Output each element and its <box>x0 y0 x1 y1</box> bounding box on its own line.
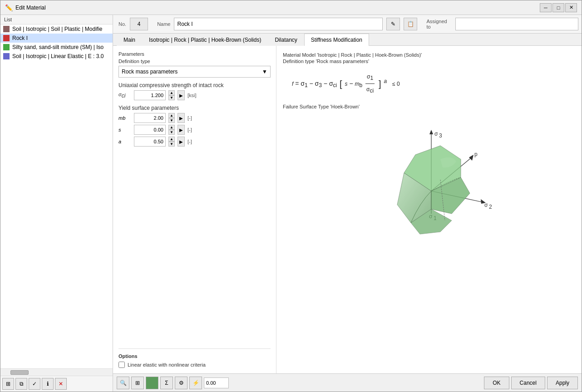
tab-isotropic-label: Isotropic | Rock | Plastic | Hoek-Brown … <box>149 37 261 43</box>
chevron-down-icon: ▼ <box>262 69 267 75</box>
close-button[interactable]: ✕ <box>565 3 577 12</box>
model-label: Material Model 'Isotropic | Rock | Plast… <box>283 52 575 58</box>
edit-name-button[interactable]: ✎ <box>386 18 400 30</box>
assigned-group: Assigned to ✕ <box>426 18 582 30</box>
app-icon: ✏️ <box>5 4 13 11</box>
mb-up[interactable]: ▲ <box>168 113 175 118</box>
add-item-button[interactable]: ⊞ <box>2 378 14 390</box>
def-type-row: Definition type <box>118 59 271 64</box>
sigma-ci-down[interactable]: ▼ <box>168 95 175 100</box>
copy-item-button[interactable]: ⧉ <box>15 378 27 390</box>
options-section: Options Linear elastic with nonlinear cr… <box>118 348 271 368</box>
tab-isotropic[interactable]: Isotropic | Rock | Plastic | Hoek-Brown … <box>142 34 268 46</box>
s-up[interactable]: ▲ <box>168 125 175 130</box>
a-down[interactable]: ▼ <box>168 142 175 147</box>
list-item-color-5 <box>3 44 10 50</box>
sigma-ci-spin: ▲ ▼ <box>168 90 175 100</box>
s-input[interactable] <box>134 125 166 135</box>
item-header: No. 4 Name ✎ 📋 Assigned to <box>113 15 582 34</box>
s-label: s <box>118 127 131 132</box>
info-icon: ℹ <box>47 381 49 387</box>
grid-icon: ⊞ <box>135 380 140 386</box>
list-panel: List Soil | Isotropic | Soil | Plastic |… <box>0 15 113 392</box>
title-bar-left: ✏️ Edit Material <box>5 4 46 11</box>
book-button[interactable]: 📋 <box>404 18 417 30</box>
assigned-input[interactable] <box>455 18 578 30</box>
sigma-ci-label: σci <box>118 92 131 99</box>
cancel-button[interactable]: Cancel <box>511 377 545 389</box>
linear-elastic-checkbox[interactable] <box>118 362 125 368</box>
diagram-container: σ 3 σ 2 p <box>283 114 575 241</box>
search-button[interactable]: 🔍 <box>117 377 129 389</box>
horizontal-scrollbar[interactable] <box>0 368 113 376</box>
name-input[interactable] <box>174 18 383 30</box>
info-button[interactable]: ℹ <box>42 378 54 390</box>
a-up[interactable]: ▲ <box>168 137 175 142</box>
a-spin: ▲ ▼ <box>168 137 175 147</box>
tab-main[interactable]: Main <box>117 34 142 46</box>
symbol-icon: Σ <box>165 380 168 386</box>
mb-row: mb ▲ ▼ ▶ [-] <box>118 113 271 123</box>
svg-text:σ: σ <box>484 202 488 208</box>
s-row: s ▲ ▼ ▶ [-] <box>118 125 271 135</box>
linear-elastic-label: Linear elastic with nonlinear criteria <box>128 362 206 368</box>
a-input[interactable] <box>134 137 166 147</box>
sigma-ci-arrow[interactable]: ▶ <box>178 90 185 100</box>
sigma-ci-up[interactable]: ▲ <box>168 90 175 95</box>
svg-text:p: p <box>474 151 478 157</box>
a-unit: [-] <box>187 139 206 144</box>
s-arrow[interactable]: ▶ <box>178 125 185 135</box>
bottom-bar: 🔍 ⊞ Σ ⚙ ⚡ 0.00 <box>113 373 582 392</box>
a-arrow[interactable]: ▶ <box>178 137 185 147</box>
list-item-text-3: Soil | Isotropic | Soil | Plastic | Modi… <box>12 26 110 32</box>
list-footer: ⊞ ⧉ ✓ ℹ ✕ <box>0 376 113 392</box>
title-bar: ✏️ Edit Material ─ □ ✕ <box>0 0 582 15</box>
content-area: Parameters Definition type Rock mass par… <box>113 46 582 373</box>
no-field-group: No. 4 <box>118 18 148 30</box>
hoek-brown-diagram: σ 3 σ 2 p <box>361 114 497 241</box>
s-unit: [-] <box>187 127 206 132</box>
main-window: ✏️ Edit Material ─ □ ✕ List Soil | Isotr… <box>0 0 582 392</box>
delete-button[interactable]: ✕ <box>55 378 67 390</box>
mb-spin: ▲ ▼ <box>168 113 175 123</box>
params-title: Parameters <box>118 51 271 57</box>
tabs-bar: Main Isotropic | Rock | Plastic | Hoek-B… <box>113 34 582 46</box>
right-panel: No. 4 Name ✎ 📋 Assigned to <box>113 15 582 392</box>
mb-down[interactable]: ▼ <box>168 118 175 123</box>
list-item-5[interactable]: Silty sand, sand-silt mixture (SM) | Iso <box>0 43 113 52</box>
sigma-ci-input[interactable] <box>134 90 166 100</box>
sigma-ci-unit: [ksi] <box>187 93 206 98</box>
list-item-color-3 <box>3 26 10 32</box>
uniaxial-label: Uniaxial compressive strength of intact … <box>118 82 271 88</box>
list-item-6[interactable]: Soil | Isotropic | Linear Elastic | E : … <box>0 52 113 61</box>
formula-panel: Material Model 'Isotropic | Rock | Plast… <box>276 46 582 373</box>
minimize-button[interactable]: ─ <box>540 3 552 12</box>
def-type-select-row: Rock mass parameters ▼ <box>118 66 271 78</box>
mb-arrow[interactable]: ▶ <box>178 113 185 123</box>
linear-elastic-row: Linear elastic with nonlinear criteria <box>118 362 271 368</box>
list-item-selected[interactable]: Rock I <box>0 34 113 43</box>
no-label: No. <box>118 21 126 27</box>
list-item-text-4: Rock I <box>12 35 110 41</box>
main-content: List Soil | Isotropic | Soil | Plastic |… <box>0 15 582 392</box>
restore-button[interactable]: □ <box>552 3 564 12</box>
scrollbar-thumb[interactable] <box>10 370 29 375</box>
tab-stiffness[interactable]: Stiffness Modification <box>304 34 369 46</box>
list-item-color-6 <box>3 53 10 59</box>
apply-button[interactable]: Apply <box>547 377 578 389</box>
check-button[interactable]: ✓ <box>29 378 40 390</box>
settings-button[interactable]: ⚙ <box>175 377 187 389</box>
color-button[interactable] <box>146 377 158 389</box>
def-type-select[interactable]: Rock mass parameters ▼ <box>118 66 271 78</box>
mb-input[interactable] <box>134 113 166 123</box>
tab-dilatancy[interactable]: Dilatancy <box>268 34 304 46</box>
book-icon: 📋 <box>407 21 414 27</box>
symbol-button[interactable]: Σ <box>160 377 173 389</box>
filter-button[interactable]: ⚡ <box>189 377 202 389</box>
ok-button[interactable]: OK <box>484 377 509 389</box>
name-label: Name <box>157 21 170 27</box>
s-down[interactable]: ▼ <box>168 130 175 135</box>
grid-button[interactable]: ⊞ <box>131 377 144 389</box>
list-item[interactable]: Soil | Isotropic | Soil | Plastic | Modi… <box>0 24 113 34</box>
yield-group: Yield surface parameters mb ▲ ▼ ▶ [ <box>118 105 271 147</box>
